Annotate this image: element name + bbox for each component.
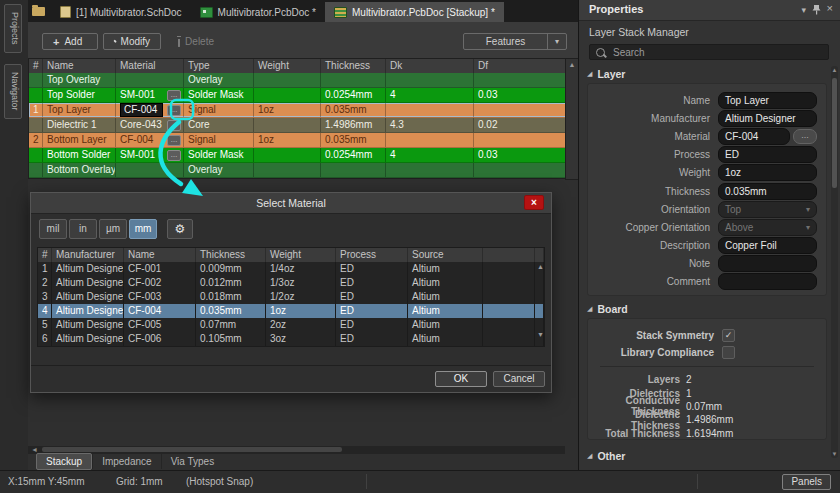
table-row-bottom-solder[interactable]: Bottom Solder SM-001 … Solder Mask 0.025… <box>29 148 566 163</box>
add-button[interactable]: + Add <box>42 33 98 50</box>
material-browse-button[interactable]: … <box>167 90 181 101</box>
unit-mil-button[interactable]: mil <box>39 219 67 239</box>
material-row-cf-002[interactable]: 2 Altium Designer CF-002 0.012mm 1/3oz E… <box>38 276 544 290</box>
gear-icon[interactable]: ⚙ <box>167 219 193 239</box>
material-cell-editing[interactable]: CF-004 … <box>116 103 184 117</box>
schdoc-icon <box>60 6 71 18</box>
scroll-up-icon[interactable]: ▲ <box>537 263 544 270</box>
col-header[interactable]: Thickness <box>196 248 266 262</box>
material-browse-button[interactable]: … <box>167 150 181 161</box>
checkbox-library-compliance[interactable] <box>722 346 735 359</box>
tab-impedance[interactable]: Impedance <box>92 454 160 469</box>
material-row-cf-003[interactable]: 3 Altium Designer CF-003 0.018mm 1/2oz E… <box>38 290 544 304</box>
col-header[interactable]: Name <box>43 59 116 73</box>
section-expand-icon: ◢ <box>587 452 592 460</box>
tab-label: [1] Multivibrator.SchDoc <box>76 7 182 18</box>
sidebar-tab-projects[interactable]: Projects <box>4 4 22 53</box>
description-field[interactable]: Copper Foil <box>718 237 817 254</box>
col-header[interactable]: Name <box>124 248 196 262</box>
table-row-bottom-overlay[interactable]: Bottom Overlay Overlay <box>29 163 566 178</box>
col-header[interactable]: Material <box>116 59 184 73</box>
material-edit-field[interactable]: CF-004 <box>120 103 163 117</box>
chevron-down-icon[interactable]: ▾ <box>547 34 566 49</box>
delete-button[interactable]: Delete <box>167 33 225 50</box>
folder-icon[interactable] <box>32 7 45 16</box>
features-button[interactable]: Features ▾ <box>463 33 567 50</box>
col-header[interactable]: Df <box>474 59 566 73</box>
search-input[interactable] <box>611 46 795 59</box>
material-browse-button[interactable]: … <box>167 120 181 131</box>
comment-field[interactable] <box>718 273 817 290</box>
col-header[interactable]: Source <box>408 248 483 262</box>
properties-header: Properties ▾ × <box>579 0 840 21</box>
tab-via-types[interactable]: Via Types <box>161 454 224 469</box>
close-icon[interactable]: × <box>827 3 833 13</box>
scrollbar-thumb[interactable] <box>832 78 837 188</box>
tab-multivibrator-stackup[interactable]: Multivibrator.PcbDoc [Stackup] * <box>325 2 504 22</box>
material-row-cf-004-selected[interactable]: 4 Altium Designer CF-004 0.035mm 1oz ED … <box>38 304 544 318</box>
col-header[interactable]: Thickness <box>321 59 386 73</box>
col-header[interactable]: Dk <box>386 59 474 73</box>
chevron-down-icon: ▾ <box>806 220 810 235</box>
material-row-cf-005[interactable]: 5 Altium Designer CF-005 0.07mm 2oz ED A… <box>38 318 544 332</box>
thickness-field[interactable]: 0.035mm <box>718 183 817 200</box>
pin-icon[interactable] <box>812 4 821 17</box>
section-header-other[interactable]: ◢ Other <box>587 450 625 462</box>
trash-icon <box>178 39 180 47</box>
sidebar-tab-navigator[interactable]: Navigator <box>4 64 22 119</box>
col-header[interactable]: Process <box>336 248 408 262</box>
properties-scrollbar[interactable]: ▲ ▼ <box>831 66 838 458</box>
search-box[interactable] <box>589 44 829 60</box>
col-header[interactable]: Type <box>184 59 254 73</box>
table-row-top-solder[interactable]: Top Solder SM-001 … Solder Mask 0.0254mm… <box>29 88 566 103</box>
material-field[interactable]: CF-004 <box>718 128 790 145</box>
col-header[interactable]: Weight <box>266 248 336 262</box>
statusbar-divider <box>697 474 698 489</box>
name-field[interactable]: Top Layer <box>718 92 817 109</box>
unit-um-button[interactable]: µm <box>99 219 127 239</box>
tab-stackup[interactable]: Stackup <box>36 453 92 470</box>
ok-button[interactable]: OK <box>435 371 487 387</box>
unit-mm-button[interactable]: mm <box>129 219 157 239</box>
field-thickness: Thickness 0.035mm <box>588 182 826 200</box>
col-header[interactable]: Manufacturer <box>52 248 124 262</box>
field-copper-orientation: Copper Orientation Above ▾ <box>588 218 826 236</box>
pcbdoc-icon <box>200 7 213 18</box>
modify-button[interactable]: Modify <box>103 33 161 50</box>
tab-multivibrator-pcbdoc[interactable]: Multivibrator.PcbDoc * <box>191 2 325 22</box>
chevron-down-icon[interactable]: ▾ <box>801 5 806 15</box>
checkbox-stack-symmetry[interactable]: ✓ <box>722 329 735 342</box>
manufacturer-field[interactable]: Altium Designer <box>718 110 817 127</box>
material-browse-button[interactable]: … <box>167 135 181 146</box>
cancel-button[interactable]: Cancel <box>493 371 545 387</box>
table-row-top-layer-selected[interactable]: 1 Top Layer CF-004 … Signal 1oz 0.035mm <box>29 103 566 118</box>
scroll-down-icon[interactable]: ▼ <box>831 451 838 457</box>
section-header-board[interactable]: ◢ Board <box>587 303 628 315</box>
table-row-dielectric-1[interactable]: Dielectric 1 Core-043 … Core 1.4986mm 4.… <box>29 118 566 133</box>
scroll-up-icon[interactable]: ▲ <box>566 59 578 71</box>
material-row-cf-006[interactable]: 6 Altium Designer CF-006 0.105mm 3oz ED … <box>38 332 544 346</box>
tab-multivibrator-schdoc[interactable]: [1] Multivibrator.SchDoc <box>51 2 191 22</box>
unit-in-button[interactable]: in <box>69 219 97 239</box>
col-header[interactable]: Weight <box>254 59 321 73</box>
col-header[interactable]: # <box>29 59 43 73</box>
material-browse-button-active[interactable]: … <box>167 105 181 116</box>
note-field[interactable] <box>718 255 817 272</box>
table-row-bottom-layer[interactable]: 2 Bottom Layer CF-004 … Signal 1oz 0.035… <box>29 133 566 148</box>
section-header-layer[interactable]: ◢ Layer <box>587 68 625 80</box>
material-row-cf-001[interactable]: 1 Altium Designer CF-001 0.009mm 1/4oz E… <box>38 262 544 276</box>
close-icon[interactable]: × <box>524 195 544 210</box>
scroll-down-icon[interactable]: ▼ <box>537 331 544 338</box>
weight-field[interactable]: 1oz <box>718 164 817 181</box>
material-browse-button[interactable]: … <box>793 129 817 144</box>
scroll-up-icon[interactable]: ▲ <box>831 67 838 73</box>
panels-button[interactable]: Panels <box>782 474 831 490</box>
table-vertical-scrollbar[interactable]: ▲ <box>565 58 579 180</box>
add-label: Add <box>64 36 82 47</box>
process-field[interactable]: ED <box>718 146 817 163</box>
dialog-titlebar[interactable]: Select Material × <box>31 193 551 214</box>
table-row-top-overlay[interactable]: Top Overlay Overlay <box>29 73 566 88</box>
scrollbar-thumb[interactable] <box>42 447 342 452</box>
col-header[interactable]: # <box>38 248 52 262</box>
section-title: Board <box>597 303 627 315</box>
